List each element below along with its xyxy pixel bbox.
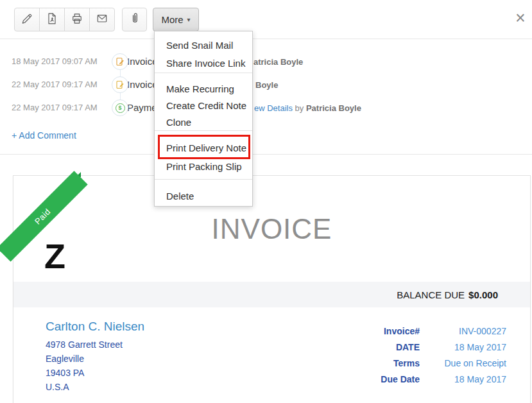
invoice-details: Invoice# INV-000227 DATE 18 May 2017 Ter… bbox=[381, 323, 506, 388]
detail-value: INV-000227 bbox=[420, 323, 506, 339]
address-line: 4978 Garrett Street bbox=[46, 338, 123, 352]
menu-item-share-invoice-link[interactable]: Share Invoice Link bbox=[155, 55, 252, 73]
menu-item-clone[interactable]: Clone bbox=[155, 114, 252, 132]
menu-item-delete[interactable]: Delete bbox=[155, 187, 252, 205]
detail-value: 18 May 2017 bbox=[420, 372, 506, 388]
timeline-entry-label: Invoice bbox=[127, 56, 158, 67]
detail-label: Invoice# bbox=[381, 323, 420, 339]
timeline-date: 22 May 2017 09:17 AM bbox=[12, 103, 98, 112]
address-line: U.S.A bbox=[46, 380, 123, 394]
customer-name: Carlton C. Nielsen bbox=[46, 320, 144, 334]
menu-item-send-snail-mail[interactable]: Send Snail Mail bbox=[155, 37, 252, 55]
invoice-edit-icon bbox=[112, 76, 128, 93]
menu-divider bbox=[155, 179, 252, 180]
detail-label: Terms bbox=[381, 356, 420, 372]
payment-dollar-icon: $ bbox=[112, 99, 128, 116]
menu-item-print-delivery-note[interactable]: Print Delivery Note bbox=[155, 139, 252, 157]
balance-due-bar: BALANCE DUE $0.000 bbox=[13, 282, 530, 307]
toolbar-button-group bbox=[14, 8, 115, 31]
menu-item-print-packing-slip[interactable]: Print Packing Slip bbox=[155, 158, 252, 176]
invoice-edit-icon bbox=[112, 53, 128, 70]
email-icon bbox=[96, 12, 108, 28]
pdf-button[interactable] bbox=[39, 8, 65, 31]
detail-label: Due Date bbox=[381, 372, 420, 388]
email-button[interactable] bbox=[89, 8, 115, 31]
timeline-by-name: atricia Boyle bbox=[253, 57, 303, 67]
menu-divider bbox=[155, 130, 252, 131]
timeline-detail-fragment: ew Details by Patricia Boyle bbox=[254, 103, 361, 113]
timeline-entry-label: Invoice bbox=[127, 79, 158, 90]
timeline-by-name: Boyle bbox=[255, 80, 278, 90]
more-dropdown-menu: Send Snail Mail Share Invoice Link Make … bbox=[154, 31, 253, 207]
print-button[interactable] bbox=[64, 8, 90, 31]
detail-value: Due on Receipt bbox=[420, 356, 506, 372]
chevron-down-icon: ▾ bbox=[187, 17, 191, 23]
balance-due-label: BALANCE DUE bbox=[397, 289, 465, 300]
more-button[interactable]: More ▾ bbox=[153, 8, 199, 31]
invoice-title: INVOICE bbox=[13, 213, 530, 245]
section-divider bbox=[0, 154, 532, 155]
toolbar-divider bbox=[0, 39, 532, 39]
pdf-icon bbox=[46, 12, 58, 28]
more-button-label: More bbox=[161, 14, 183, 25]
timeline-by-name: Patricia Boyle bbox=[306, 103, 361, 113]
add-comment-link[interactable]: + Add Comment bbox=[12, 130, 76, 141]
detail-value: 18 May 2017 bbox=[420, 339, 506, 356]
edit-icon bbox=[21, 12, 33, 28]
address-line: Eagleville bbox=[46, 352, 123, 366]
customer-address: 4978 Garrett Street Eagleville 19403 PA … bbox=[46, 338, 123, 394]
close-icon[interactable]: × bbox=[511, 8, 529, 28]
attachment-icon bbox=[128, 12, 141, 28]
print-icon bbox=[71, 12, 83, 28]
by-text: by bbox=[295, 103, 304, 113]
balance-due-value: $0.000 bbox=[468, 289, 498, 300]
edit-button[interactable] bbox=[14, 8, 40, 31]
menu-item-create-credit-note[interactable]: Create Credit Note bbox=[155, 97, 252, 115]
menu-item-make-recurring[interactable]: Make Recurring bbox=[155, 80, 252, 98]
invoice-preview: Paid Z INVOICE BALANCE DUE $0.000 Carlto… bbox=[13, 175, 531, 403]
timeline-date: 22 May 2017 09:17 AM bbox=[12, 80, 98, 89]
invoice-detail-panel: More ▾ × 18 May 2017 09:07 AM 22 May 201… bbox=[0, 0, 532, 403]
address-line: 19403 PA bbox=[46, 366, 123, 380]
view-details-link[interactable]: ew Details bbox=[254, 103, 293, 113]
attachment-button[interactable] bbox=[122, 8, 147, 31]
detail-label: DATE bbox=[381, 339, 420, 356]
timeline-date: 18 May 2017 09:07 AM bbox=[12, 56, 98, 66]
menu-divider bbox=[155, 73, 252, 73]
